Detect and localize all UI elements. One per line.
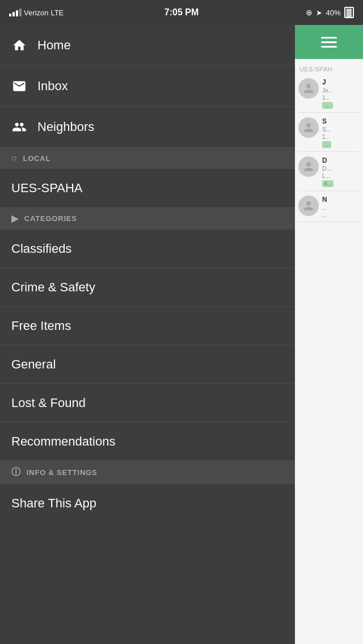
info-settings-header-label: INFO & SETTINGS — [27, 468, 98, 477]
post-date-4: ... — [322, 212, 327, 218]
sidebar-item-inbox[interactable]: Inbox — [0, 66, 295, 107]
neighbors-label: Neighbors — [37, 120, 94, 134]
crime-safety-label: Crime & Safety — [11, 280, 95, 295]
categories-header-label: CATEGORIES — [24, 214, 77, 223]
sidebar-item-crime-safety[interactable]: Crime & Safety — [0, 268, 295, 307]
sidebar-item-ues-spaha[interactable]: UES-SPAHA — [0, 169, 295, 207]
post-item-2[interactable]: S S... 1... ... — [298, 114, 360, 152]
tag-icon: ▶ — [11, 213, 19, 224]
hamburger-line-3 — [321, 46, 337, 48]
sidebar-item-classifieds[interactable]: Classifieds — [0, 230, 295, 268]
time-label: 7:05 PM — [164, 7, 199, 18]
lock-icon: ⊕ — [306, 8, 313, 17]
post-tag-3: F... — [322, 180, 334, 187]
post-tag-2: ... — [322, 141, 331, 148]
post-item-4[interactable]: N ... ... — [298, 192, 360, 222]
right-panel-content: UES-SPAH J Jo... 1... ... — [295, 59, 363, 227]
network-type-label: LTE — [50, 9, 64, 17]
home-icon — [11, 37, 27, 53]
battery-percent: 40% — [326, 9, 340, 17]
post-name-1: J — [322, 78, 333, 86]
hamburger-line-1 — [321, 37, 337, 39]
post-info-4: N ... ... — [322, 196, 327, 218]
classifieds-label: Classifieds — [11, 242, 71, 256]
post-subtext-2: S... — [322, 126, 331, 133]
sidebar-drawer: Home Inbox Neighbors ○ LOCAL — [0, 25, 295, 644]
inbox-icon — [11, 78, 27, 94]
post-subtext-4: ... — [322, 205, 327, 211]
neighbors-icon — [11, 119, 27, 135]
post-date-3: L... — [322, 173, 334, 179]
status-right: ⊕ ➤ 40% ▓ — [306, 7, 354, 18]
post-tag-1: ... — [322, 102, 333, 109]
avatar-2 — [298, 117, 319, 138]
info-icon: ⓘ — [11, 467, 21, 478]
post-item-3[interactable]: D D... L... F... — [298, 153, 360, 191]
post-date-1: 1... — [322, 95, 333, 101]
recommendations-label: Recommendations — [11, 434, 115, 449]
sidebar-item-recommendations[interactable]: Recommendations — [0, 422, 295, 461]
sidebar-item-free-items[interactable]: Free Items — [0, 307, 295, 345]
sidebar-item-general[interactable]: General — [0, 345, 295, 384]
inbox-label: Inbox — [37, 79, 68, 94]
battery-icon: ▓ — [344, 7, 354, 18]
general-label: General — [11, 357, 56, 372]
local-header-label: LOCAL — [23, 154, 50, 163]
share-app-label: Share This App — [11, 496, 96, 511]
post-subtext-3: D... — [322, 166, 334, 172]
post-info-3: D D... L... F... — [322, 156, 334, 187]
sidebar-item-neighbors[interactable]: Neighbors — [0, 107, 295, 147]
avatar-1 — [298, 78, 319, 99]
local-section-header: ○ LOCAL — [0, 147, 295, 169]
app-container: Home Inbox Neighbors ○ LOCAL — [0, 25, 363, 644]
avatar-4 — [298, 196, 319, 216]
status-left: Verizon LTE — [9, 9, 64, 17]
avatar-3 — [298, 156, 319, 177]
hamburger-menu-icon[interactable] — [321, 37, 337, 48]
post-item-1[interactable]: J Jo... 1... ... — [298, 75, 360, 113]
lost-found-label: Lost & Found — [11, 396, 86, 410]
categories-section-header: ▶ CATEGORIES — [0, 207, 295, 230]
home-label: Home — [37, 38, 71, 53]
neighborhood-label: UES-SPAH — [298, 63, 360, 74]
sidebar-item-home[interactable]: Home — [0, 25, 295, 66]
ues-spaha-label: UES-SPAHA — [11, 181, 83, 196]
post-name-3: D — [322, 156, 334, 164]
info-settings-section-header: ⓘ INFO & SETTINGS — [0, 461, 295, 484]
right-top-bar — [295, 25, 363, 59]
post-info-2: S S... 1... ... — [322, 117, 331, 148]
location-pin-icon: ○ — [11, 153, 17, 163]
right-panel: UES-SPAH J Jo... 1... ... — [295, 25, 363, 644]
status-bar: Verizon LTE 7:05 PM ⊕ ➤ 40% ▓ — [0, 0, 363, 25]
signal-bars — [9, 9, 22, 16]
sidebar-item-share-app[interactable]: Share This App — [0, 484, 295, 523]
post-name-2: S — [322, 117, 331, 125]
post-date-2: 1... — [322, 134, 331, 140]
post-subtext-1: Jo... — [322, 87, 333, 94]
hamburger-line-2 — [321, 41, 337, 43]
carrier-label: Verizon — [24, 9, 48, 17]
sidebar-item-lost-found[interactable]: Lost & Found — [0, 384, 295, 422]
location-icon: ➤ — [316, 9, 322, 17]
post-name-4: N — [322, 196, 327, 204]
post-info-1: J Jo... 1... ... — [322, 78, 333, 109]
free-items-label: Free Items — [11, 319, 71, 333]
